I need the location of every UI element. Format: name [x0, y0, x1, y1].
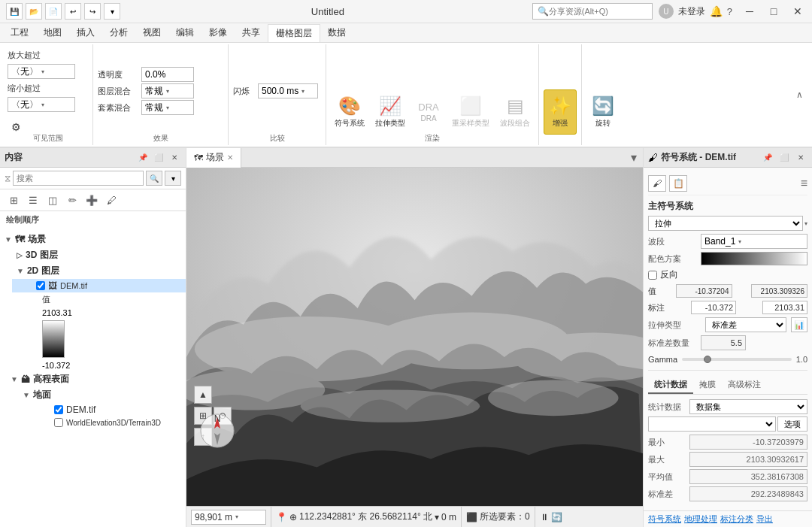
panel-close-button[interactable]: ✕: [168, 151, 181, 165]
save-btn[interactable]: 💾: [6, 3, 23, 20]
enhance-button[interactable]: ✨ 增强: [544, 89, 577, 135]
gamma-slider[interactable]: [682, 358, 792, 361]
dem-surface-item[interactable]: DEM.tif: [18, 403, 186, 416]
sym-btn-1[interactable]: 🖌: [648, 175, 666, 192]
stats-tab-1[interactable]: 统计数据: [648, 377, 693, 394]
bottom-tab-export[interactable]: 导出: [756, 513, 773, 525]
bottom-tab-geoprocessing[interactable]: 地理处理: [684, 513, 717, 525]
zoom-in-dropdown[interactable]: 〈无〉 ▾: [8, 64, 75, 79]
stretch-type-chart-btn[interactable]: 📊: [791, 317, 807, 332]
note-btn[interactable]: 🖊: [102, 192, 120, 208]
sym-menu-button[interactable]: ≡: [801, 177, 807, 190]
more-btn[interactable]: ▾: [104, 3, 120, 20]
stats-source-select[interactable]: 数据集: [689, 399, 807, 414]
stretch-select[interactable]: 拉伸: [648, 216, 803, 231]
value-max-input[interactable]: [751, 284, 807, 298]
panel-search-options[interactable]: ▾: [165, 171, 181, 186]
terrain-header[interactable]: ▼ 地面: [18, 387, 186, 403]
dem-surface-checkbox[interactable]: [54, 405, 63, 414]
open-btn[interactable]: 📂: [26, 3, 42, 20]
annotation-max-input[interactable]: [762, 301, 807, 314]
transparency-input[interactable]: 0.0%: [141, 67, 194, 82]
menu-edit[interactable]: 编辑: [168, 24, 201, 41]
blend-dropdown[interactable]: 常规 ▾: [141, 83, 194, 98]
layer-2d-header[interactable]: ▼ 2D 图层: [12, 263, 186, 279]
list-by-source-btn[interactable]: ☰: [24, 192, 42, 208]
stretch-type-button[interactable]: 📈 拉伸类型: [371, 89, 409, 135]
ribbon-collapse-button[interactable]: ∧: [793, 86, 806, 103]
menu-share[interactable]: 共享: [235, 24, 268, 41]
stats-select-button[interactable]: 选项: [777, 416, 807, 432]
extra-btn[interactable]: ⚙: [8, 120, 25, 135]
value-min-input[interactable]: [676, 284, 732, 298]
bottom-tab-annotation[interactable]: 标注分类: [720, 513, 753, 525]
map-view[interactable]: ▲ ⊞ ⊙ ↑ N: [186, 168, 643, 506]
stats-area-select[interactable]: [648, 416, 776, 432]
pause-icon[interactable]: ⏸: [540, 512, 549, 522]
refresh-icon[interactable]: 🔄: [551, 512, 562, 522]
bottom-tab-symbol[interactable]: 符号系统: [648, 513, 681, 525]
band-combo-button[interactable]: ▤ 波段组合: [496, 89, 534, 135]
list-by-visible-btn[interactable]: ◫: [44, 192, 62, 208]
menu-map[interactable]: 地图: [36, 24, 69, 41]
map-tab-menu[interactable]: ▾: [625, 150, 643, 165]
zoom-out-arrow: ▾: [41, 101, 44, 108]
menu-imagery[interactable]: 影像: [201, 24, 235, 41]
world-elevation-item[interactable]: WorldElevation3D/Terrain3D: [18, 416, 186, 429]
dem-layer-item[interactable]: 🖼 DEM.tif: [12, 279, 186, 292]
elevation-header[interactable]: ▼ 🏔 高程表面: [6, 371, 186, 387]
flash-dropdown[interactable]: 500.0 ms ▾: [258, 83, 318, 98]
stddev-input[interactable]: [701, 335, 746, 350]
gamma-thumb[interactable]: [704, 356, 711, 363]
stats-tab-2[interactable]: 掩膜: [693, 377, 722, 394]
minimize-button[interactable]: ─: [738, 1, 761, 22]
color-gradient[interactable]: [701, 252, 807, 265]
band-dropdown[interactable]: Band_1 ▾: [701, 234, 807, 249]
reverse-checkbox[interactable]: [648, 271, 657, 280]
menu-raster-layer[interactable]: 栅格图层: [268, 24, 320, 42]
sym-btn-2[interactable]: 📋: [669, 175, 687, 192]
stretch-type-select[interactable]: 标准差: [705, 317, 786, 332]
scene-header[interactable]: ▼ 🗺 场景: [0, 232, 186, 247]
pan-up-button[interactable]: ▲: [194, 386, 212, 404]
draw-btn[interactable]: ✏: [63, 192, 81, 208]
bell-icon[interactable]: 🔔: [710, 5, 723, 17]
draw-order-btn[interactable]: ⊞: [5, 192, 23, 208]
rotate-button[interactable]: 🔄 旋转: [586, 89, 620, 135]
panel-search-button[interactable]: 🔍: [146, 171, 162, 186]
search-input[interactable]: [549, 7, 647, 16]
layer-3d-header[interactable]: ▷ 3D 图层: [12, 247, 186, 263]
rpanel-float-button[interactable]: ⬜: [777, 151, 791, 165]
dem-checkbox[interactable]: [36, 281, 45, 290]
masking-dropdown[interactable]: 常规 ▾: [141, 100, 194, 115]
help-label[interactable]: ?: [727, 6, 732, 17]
new-btn[interactable]: 📄: [45, 3, 62, 20]
maximize-button[interactable]: □: [762, 1, 785, 22]
panel-search-input[interactable]: [13, 171, 144, 186]
rpanel-pin-button[interactable]: 📌: [761, 151, 774, 165]
menu-project[interactable]: 工程: [3, 24, 36, 41]
menu-analysis[interactable]: 分析: [102, 24, 135, 41]
annotation-min-input[interactable]: [691, 301, 736, 314]
panel-float-button[interactable]: ⬜: [152, 151, 165, 165]
menu-view[interactable]: 视图: [135, 24, 168, 41]
dra-button[interactable]: DRA DRA: [412, 89, 445, 135]
menu-insert[interactable]: 插入: [69, 24, 102, 41]
undo-btn[interactable]: ↩: [65, 3, 81, 20]
scene-tab[interactable]: 🗺 场景 ✕: [186, 148, 241, 168]
scene-tab-close[interactable]: ✕: [227, 153, 233, 162]
stats-tab-3[interactable]: 高级标注: [722, 377, 767, 394]
redo-btn[interactable]: ↪: [84, 3, 101, 20]
symbol-system-button[interactable]: 🎨 符号系统: [331, 89, 368, 135]
rpanel-close-button[interactable]: ✕: [794, 151, 807, 165]
add-btn[interactable]: ➕: [83, 192, 101, 208]
panel-pin-button[interactable]: 📌: [136, 151, 150, 165]
symbol-system-label: 符号系统: [335, 118, 365, 129]
world-elevation-checkbox[interactable]: [54, 418, 63, 427]
menu-data[interactable]: 数据: [320, 24, 353, 41]
zoom-out-dropdown[interactable]: 〈无〉 ▾: [8, 97, 75, 112]
scale-dropdown[interactable]: 98,901 m ▾: [191, 510, 266, 525]
close-button[interactable]: ✕: [786, 1, 809, 22]
resample-button[interactable]: ⬜ 重采样类型: [448, 89, 493, 135]
global-search[interactable]: 🔍: [532, 3, 653, 20]
